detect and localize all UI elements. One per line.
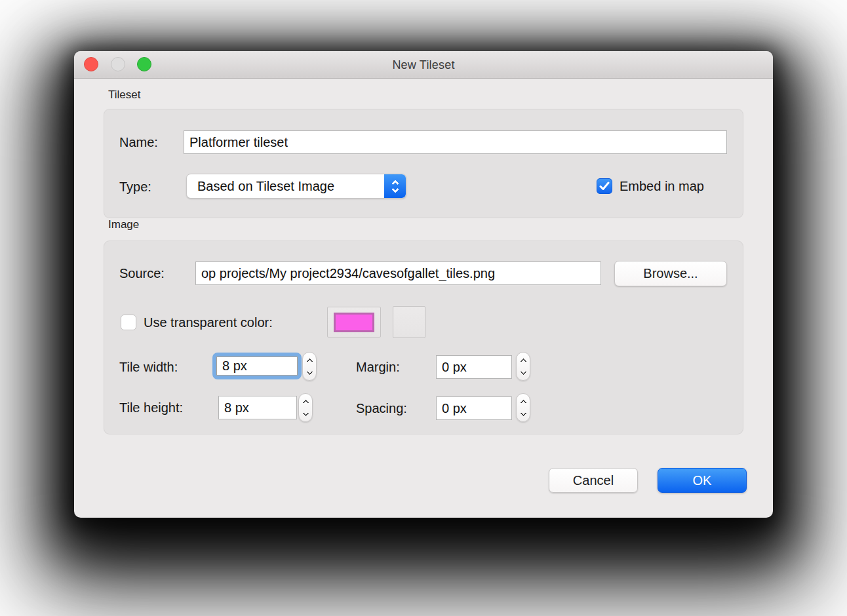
type-select-value: Based on Tileset Image: [187, 174, 384, 198]
browse-button[interactable]: Browse...: [614, 261, 727, 286]
use-transparent-color-label: Use transparent color:: [144, 315, 273, 330]
new-tileset-dialog: New Tileset Tileset Name: Type: Based on…: [74, 51, 773, 518]
section-label-image: Image: [108, 218, 139, 231]
margin-input[interactable]: [436, 355, 512, 379]
stepper-down-icon: [520, 410, 526, 416]
color-picker-button[interactable]: [393, 306, 425, 338]
use-transparent-color-row[interactable]: Use transparent color:: [121, 315, 273, 330]
stepper-down-button[interactable]: [517, 366, 530, 380]
popup-chevrons: [384, 174, 406, 198]
checkmark-icon: [599, 182, 610, 191]
ok-button[interactable]: OK: [658, 468, 747, 493]
stepper-up-button[interactable]: [517, 394, 530, 408]
stepper-down-button[interactable]: [299, 408, 312, 421]
embed-in-map-checkbox-row[interactable]: Embed in map: [597, 178, 704, 194]
source-input[interactable]: [195, 261, 601, 285]
transparent-color-swatch-fill: [334, 313, 374, 332]
tileset-groupbox: [104, 109, 743, 218]
tile-width-input[interactable]: [216, 356, 298, 375]
stepper-up-icon: [520, 358, 526, 364]
chevron-down-icon: [391, 185, 399, 193]
stepper-up-icon: [302, 399, 309, 406]
spacing-label: Spacing:: [356, 396, 407, 420]
name-input[interactable]: [184, 130, 727, 154]
stepper-up-icon: [520, 399, 526, 406]
margin-label: Margin:: [356, 355, 400, 379]
tile-width-label: Tile width:: [119, 355, 178, 379]
stepper-down-button[interactable]: [517, 408, 530, 421]
stepper-up-button[interactable]: [517, 353, 530, 366]
stepper-up-button[interactable]: [303, 353, 316, 366]
tile-height-stepper[interactable]: [298, 393, 313, 422]
type-select[interactable]: Based on Tileset Image: [186, 174, 406, 199]
stepper-up-icon: [306, 358, 313, 364]
stepper-down-icon: [302, 410, 309, 416]
margin-stepper[interactable]: [516, 352, 530, 381]
spacing-input[interactable]: [436, 396, 512, 420]
use-transparent-color-checkbox[interactable]: [121, 315, 136, 330]
embed-in-map-checkbox[interactable]: [597, 178, 612, 194]
tile-width-stepper[interactable]: [302, 352, 317, 381]
type-label: Type:: [119, 174, 151, 199]
stepper-up-button[interactable]: [299, 394, 312, 408]
source-label: Source:: [119, 261, 165, 285]
cancel-button[interactable]: Cancel: [549, 468, 638, 493]
browse-button-label: Browse...: [643, 266, 698, 281]
stepper-down-button[interactable]: [303, 366, 316, 380]
embed-in-map-label: Embed in map: [620, 179, 704, 194]
tile-height-label: Tile height:: [119, 396, 183, 419]
cancel-button-label: Cancel: [573, 473, 614, 488]
stepper-down-icon: [306, 368, 313, 375]
stepper-down-icon: [520, 368, 526, 375]
ok-button-label: OK: [693, 473, 712, 488]
window-title: New Tileset: [74, 51, 773, 79]
titlebar: New Tileset: [74, 51, 773, 79]
tile-width-focus-ring: [212, 353, 302, 379]
tile-height-input[interactable]: [218, 396, 297, 419]
transparent-color-swatch-button[interactable]: [327, 307, 381, 337]
name-label: Name:: [119, 130, 158, 154]
section-label-tileset: Tileset: [108, 88, 140, 102]
spacing-stepper[interactable]: [516, 393, 530, 422]
